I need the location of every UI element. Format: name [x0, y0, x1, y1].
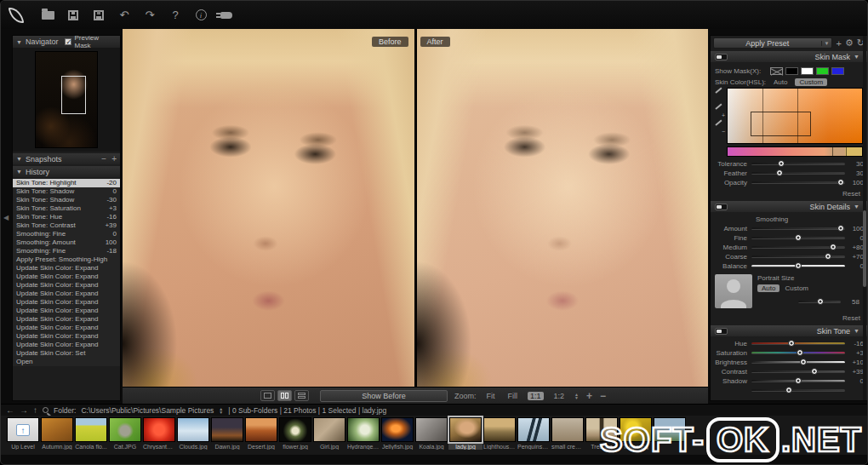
slider-thumb[interactable]	[837, 225, 844, 232]
filmstrip-thumbnail[interactable]: ↑	[483, 417, 516, 442]
info-icon[interactable]: i	[193, 9, 208, 22]
save-as-icon[interactable]	[91, 9, 106, 22]
history-item[interactable]: Update Skin Color: Expand	[13, 264, 120, 273]
filmstrip-item[interactable]: ↑ Chrysanthe...	[142, 417, 176, 450]
history-header[interactable]: ▼ History	[13, 166, 120, 177]
skin-color-custom-button[interactable]: Custom	[795, 78, 827, 86]
navigator-collapse-icon[interactable]: ▼	[16, 39, 22, 45]
slider-track[interactable]	[751, 255, 845, 258]
after-image[interactable]: After	[417, 29, 709, 387]
skin-details-reset-link[interactable]: Reset	[711, 312, 867, 325]
history-item[interactable]: Update Skin Color: Expand	[13, 281, 120, 290]
skin-mask-collapse-icon[interactable]: ▼	[854, 54, 859, 60]
slider-track[interactable]	[751, 370, 845, 373]
filmstrip-thumbnail[interactable]: ↑	[143, 417, 175, 442]
filmstrip-item[interactable]: ↑ Canola flo...	[74, 417, 108, 450]
zoom-out-button[interactable]: −	[600, 390, 606, 402]
nav-forward-icon[interactable]: →	[20, 405, 28, 415]
slider-track[interactable]	[751, 163, 845, 165]
mask-black-swatch[interactable]	[785, 67, 798, 75]
filmstrip-item[interactable]: ↑ Lighthouse...	[483, 417, 517, 450]
mask-blue-swatch[interactable]	[831, 67, 844, 75]
filmstrip-thumbnail[interactable]: ↑	[41, 417, 73, 442]
filmstrip-thumbnail[interactable]: ↑	[245, 417, 277, 442]
history-item[interactable]: Skin Tone: Saturation +3	[13, 204, 120, 213]
slider-thumb[interactable]	[800, 359, 807, 365]
filmstrip-item[interactable]: ↑ small creat...	[551, 417, 585, 450]
filmstrip-item[interactable]: ↑ lady.jpg	[448, 417, 483, 450]
history-item[interactable]: Open	[13, 358, 120, 366]
skin-tone-toggle[interactable]	[715, 328, 728, 335]
history-item[interactable]: Skin Tone: Hue -16	[13, 213, 120, 221]
zoom-1-1-button[interactable]: 1:1	[528, 392, 544, 400]
history-collapse-icon[interactable]: ▼	[16, 169, 22, 175]
zoom-fit-button[interactable]: Fit	[484, 392, 498, 400]
skin-tone-header[interactable]: Skin Tone ▼	[711, 325, 867, 336]
zoom-1-2-button[interactable]: 1:2	[551, 392, 568, 400]
slider-track[interactable]	[751, 380, 845, 382]
snapshots-collapse-icon[interactable]: ▼	[16, 156, 22, 162]
hue-strip-picker[interactable]	[727, 146, 863, 157]
filmstrip-thumbnail[interactable]: ↑	[75, 417, 107, 442]
navigator-thumbnail[interactable]	[35, 51, 98, 148]
skin-mask-header[interactable]: Skin Mask ▼	[711, 51, 867, 62]
eyedropper-icon[interactable]	[715, 91, 723, 100]
skin-details-collapse-icon[interactable]: ▼	[854, 204, 859, 210]
skin-details-toggle[interactable]	[715, 204, 728, 210]
history-item[interactable]: Apply Preset: Smoothing-High	[13, 255, 120, 264]
slider-track[interactable]	[751, 342, 845, 345]
show-before-button[interactable]: Show Before	[320, 390, 448, 402]
history-item[interactable]: Update Skin Color: Expand	[13, 290, 120, 298]
single-view-button[interactable]	[260, 390, 275, 401]
search-icon[interactable]	[43, 407, 49, 413]
history-item[interactable]: Update Skin Color: Set	[13, 349, 120, 358]
skin-details-header[interactable]: Skin Details ▼	[711, 201, 867, 212]
navigator-header[interactable]: ▼ Navigator ✓ Preview Mask	[13, 36, 120, 48]
slider-thumb[interactable]	[830, 244, 837, 250]
filmstrip-thumbnail[interactable]: ↑	[211, 417, 243, 442]
slider-thumb[interactable]	[785, 387, 792, 393]
filmstrip-item[interactable]: ↑ Clouds.jpg	[176, 417, 210, 450]
history-item[interactable]: Update Skin Color: Expand	[13, 315, 120, 324]
left-panel-collapse-icon[interactable]: ◀	[3, 214, 9, 221]
filmstrip-item[interactable]: ↑ Autumn.jpg	[40, 417, 74, 450]
history-item[interactable]: Update Skin Color: Expand	[13, 307, 120, 315]
nav-back-icon[interactable]: ←	[6, 405, 14, 415]
history-item[interactable]: Update Skin Color: Expand	[13, 324, 120, 332]
slider-track[interactable]	[751, 361, 845, 364]
history-item[interactable]: Smoothing: Amount 100	[13, 238, 120, 247]
slider-thumb[interactable]	[778, 160, 785, 167]
zoom-spinner[interactable]: ▲▼	[574, 393, 579, 399]
slider-thumb[interactable]	[795, 262, 802, 269]
slider-thumb[interactable]	[776, 169, 783, 176]
slider-track[interactable]	[751, 265, 845, 267]
filmstrip-item[interactable]: ↑ Jellyfish.jpg	[380, 417, 414, 450]
slider-thumb[interactable]	[788, 340, 795, 347]
history-item[interactable]: Update Skin Color: Expand	[13, 341, 120, 349]
slider-thumb[interactable]	[817, 298, 824, 305]
snapshot-remove-button[interactable]: −	[101, 154, 106, 164]
portrait-size-custom-button[interactable]: Custom	[785, 284, 808, 292]
skin-color-auto-button[interactable]: Auto	[769, 78, 791, 86]
filmstrip-item[interactable]: ↑ Koala.jpg	[414, 417, 448, 450]
history-item[interactable]: Update Skin Color: Expand	[13, 273, 120, 281]
history-item[interactable]: Smoothing: Fine 0	[13, 230, 120, 238]
slider-track[interactable]	[751, 246, 845, 249]
eyedropper-subtract-icon[interactable]	[715, 123, 723, 132]
right-panel-scrollbar[interactable]	[863, 36, 866, 400]
apply-preset-dropdown[interactable]: Apply Preset ▼	[713, 37, 832, 49]
filmstrip-thumbnail[interactable]: ↑	[313, 417, 345, 442]
history-item[interactable]: Skin Tone: Highlight -20	[13, 179, 120, 187]
skin-color-gradient-picker[interactable]	[727, 88, 863, 144]
filmstrip-thumbnail[interactable]: ↑	[109, 417, 141, 442]
skin-mask-toggle[interactable]	[715, 54, 728, 60]
filmstrip-thumbnail[interactable]: ↑	[449, 417, 482, 442]
eyedropper-add-icon[interactable]	[715, 107, 723, 116]
history-item[interactable]: Skin Tone: Shadow -30	[13, 196, 120, 204]
slider-thumb[interactable]	[795, 234, 802, 241]
preview-mask-checkbox[interactable]: ✓	[65, 38, 71, 45]
filmstrip-item[interactable]: ↑ Dawn.jpg	[210, 417, 244, 450]
open-folder-icon[interactable]	[40, 9, 55, 22]
filmstrip-thumbnail[interactable]: ↑	[7, 417, 39, 442]
filmstrip-item[interactable]: ↑ Hydrangea...	[346, 417, 380, 450]
